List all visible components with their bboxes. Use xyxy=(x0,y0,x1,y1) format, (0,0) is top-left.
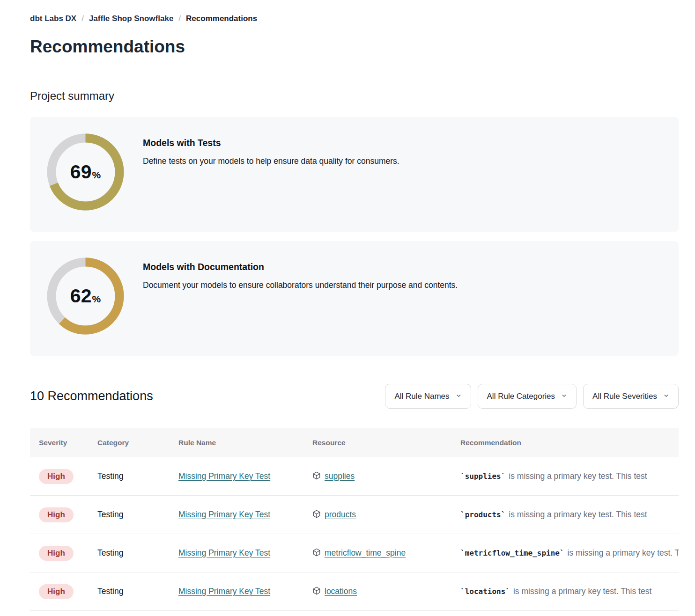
donut-percent-sign: % xyxy=(92,294,101,304)
recommendation-text: is missing a primary key test. This test xyxy=(568,548,679,557)
model-cube-icon xyxy=(312,471,321,482)
filter-rule-severities-dropdown[interactable]: All Rule Severities xyxy=(583,384,679,409)
resource-link[interactable]: metricflow_time_spine xyxy=(325,548,406,558)
donut-percent-value: 69 xyxy=(70,162,92,182)
category-cell: Testing xyxy=(97,587,178,596)
recommendation-text: is missing a primary key test. This test xyxy=(513,587,651,596)
filter-label: All Rule Categories xyxy=(487,392,555,401)
card-description: Define tests on your models to help ensu… xyxy=(143,156,399,167)
column-header-rule-name: Rule Name xyxy=(178,439,312,447)
docs-donut-chart: 62% xyxy=(47,257,124,335)
severity-badge: High xyxy=(39,469,74,484)
filter-label: All Rule Severities xyxy=(592,392,657,401)
chevron-down-icon xyxy=(663,392,669,401)
project-summary-heading: Project summary xyxy=(30,89,679,103)
rule-name-link[interactable]: Missing Primary Key Test xyxy=(178,548,270,557)
recommendation-code: `metricflow_time_spine` xyxy=(460,549,564,557)
rule-name-link[interactable]: Missing Primary Key Test xyxy=(178,471,270,481)
recommendation-cell: `products`is missing a primary key test.… xyxy=(460,510,679,520)
card-title: Models with Documentation xyxy=(143,262,458,272)
severity-badge: High xyxy=(39,584,74,599)
severity-badge: High xyxy=(39,507,74,522)
table-row: High Testing Missing Primary Key Test pr… xyxy=(30,496,679,534)
breadcrumb: dbt Labs DX / Jaffle Shop Snowflake / Re… xyxy=(30,14,679,23)
category-cell: Testing xyxy=(97,548,178,558)
recommendation-cell: `supplies`is missing a primary key test.… xyxy=(460,471,679,481)
table-row: High Testing Missing Primary Key Test su… xyxy=(30,457,679,496)
table-header-row: Severity Category Rule Name Resource Rec… xyxy=(30,428,679,457)
rule-name-link[interactable]: Missing Primary Key Test xyxy=(178,587,270,596)
donut-percent-sign: % xyxy=(92,170,101,180)
chevron-down-icon xyxy=(456,392,462,401)
recommendation-text: is missing a primary key test. This test xyxy=(509,510,647,519)
model-cube-icon xyxy=(312,510,321,520)
rule-name-link[interactable]: Missing Primary Key Test xyxy=(178,510,270,519)
page-title: Recommendations xyxy=(30,37,679,57)
breadcrumb-separator: / xyxy=(81,14,84,23)
filter-label: All Rule Names xyxy=(394,392,449,401)
donut-percent-label: 69% xyxy=(47,133,124,211)
summary-card-tests: 69% Models with Tests Define tests on yo… xyxy=(30,117,679,232)
resource-link[interactable]: supplies xyxy=(325,471,355,481)
breadcrumb-item-current: Recommendations xyxy=(186,14,257,23)
recommendation-cell: `locations`is missing a primary key test… xyxy=(460,587,679,596)
card-text-block: Models with Tests Define tests on your m… xyxy=(143,133,399,232)
card-description: Document your models to ensure collabora… xyxy=(143,280,458,291)
filter-group: All Rule Names All Rule Categories All R… xyxy=(385,384,679,409)
recommendations-header-row: 10 Recommendations All Rule Names All Ru… xyxy=(30,384,679,409)
table-row: High Testing Missing Primary Key Test me… xyxy=(30,534,679,572)
recommendation-cell: `metricflow_time_spine`is missing a prim… xyxy=(460,548,679,558)
model-cube-icon xyxy=(312,548,321,558)
recommendations-table: Severity Category Rule Name Resource Rec… xyxy=(30,428,679,611)
recommendation-code: `supplies` xyxy=(460,472,505,481)
recommendations-count-heading: 10 Recommendations xyxy=(30,389,153,403)
tests-donut-chart: 69% xyxy=(47,133,124,211)
column-header-recommendation: Recommendation xyxy=(460,439,679,447)
resource-link[interactable]: products xyxy=(325,510,356,520)
breadcrumb-separator: / xyxy=(178,14,181,23)
breadcrumb-item-environment[interactable]: Jaffle Shop Snowflake xyxy=(89,14,173,23)
donut-percent-label: 62% xyxy=(47,257,124,335)
recommendation-code: `products` xyxy=(460,510,505,519)
filter-rule-names-dropdown[interactable]: All Rule Names xyxy=(385,384,471,409)
card-title: Models with Tests xyxy=(143,138,399,148)
column-header-severity: Severity xyxy=(39,439,97,447)
resource-link[interactable]: locations xyxy=(325,587,357,596)
severity-badge: High xyxy=(39,546,74,561)
donut-percent-value: 62 xyxy=(70,286,92,306)
recommendation-code: `locations` xyxy=(460,587,510,596)
column-header-category: Category xyxy=(97,439,178,447)
summary-card-documentation: 62% Models with Documentation Document y… xyxy=(30,241,679,356)
category-cell: Testing xyxy=(97,471,178,481)
model-cube-icon xyxy=(312,587,321,597)
category-cell: Testing xyxy=(97,510,178,520)
card-text-block: Models with Documentation Document your … xyxy=(143,257,458,356)
filter-rule-categories-dropdown[interactable]: All Rule Categories xyxy=(478,384,577,409)
page-content: dbt Labs DX / Jaffle Shop Snowflake / Re… xyxy=(30,14,679,611)
breadcrumb-item-project[interactable]: dbt Labs DX xyxy=(30,14,76,23)
recommendation-text: is missing a primary key test. This test xyxy=(509,471,647,481)
column-header-resource: Resource xyxy=(312,439,460,447)
table-row: High Testing Missing Primary Key Test lo… xyxy=(30,572,679,611)
chevron-down-icon xyxy=(561,392,567,401)
